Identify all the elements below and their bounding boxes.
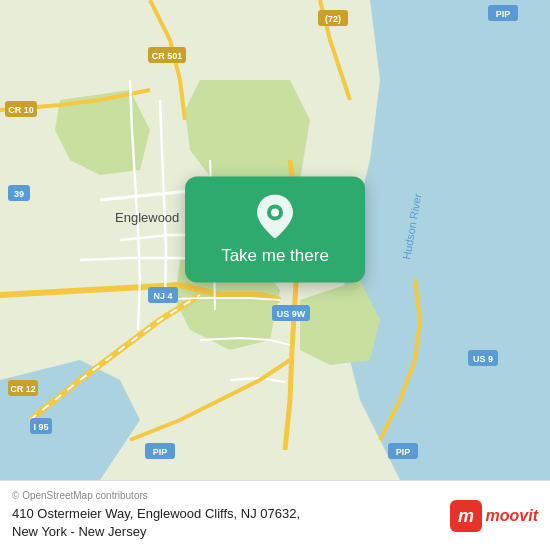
take-me-there-overlay[interactable]: Take me there: [185, 176, 365, 282]
moovit-logo: m moovit: [450, 500, 538, 532]
footer: © OpenStreetMap contributors 410 Osterme…: [0, 480, 550, 550]
svg-text:Englewood: Englewood: [115, 210, 179, 225]
moovit-wordmark: moovit: [486, 507, 538, 525]
svg-text:I 95: I 95: [33, 422, 48, 432]
svg-point-28: [271, 208, 279, 216]
svg-text:m: m: [458, 506, 474, 526]
map-container: CR 10 CR 501 (72) PIP 39 NJ 4 US 9W CR 1…: [0, 0, 550, 480]
svg-text:US 9W: US 9W: [277, 309, 306, 319]
svg-text:CR 12: CR 12: [10, 384, 36, 394]
svg-text:39: 39: [14, 189, 24, 199]
moovit-icon: m: [450, 500, 482, 532]
svg-text:US 9: US 9: [473, 354, 493, 364]
svg-text:PIP: PIP: [496, 9, 511, 19]
svg-text:PIP: PIP: [153, 447, 168, 457]
svg-text:PIP: PIP: [396, 447, 411, 457]
location-pin-icon: [257, 194, 293, 238]
svg-text:(72): (72): [325, 14, 341, 24]
footer-info: © OpenStreetMap contributors 410 Osterme…: [12, 490, 450, 541]
svg-text:CR 501: CR 501: [152, 51, 183, 61]
copyright-text: © OpenStreetMap contributors: [12, 490, 450, 501]
take-me-there-button[interactable]: Take me there: [221, 246, 329, 266]
svg-text:CR 10: CR 10: [8, 105, 34, 115]
svg-text:NJ 4: NJ 4: [153, 291, 172, 301]
address-text: 410 Ostermeier Way, Englewood Cliffs, NJ…: [12, 505, 450, 541]
